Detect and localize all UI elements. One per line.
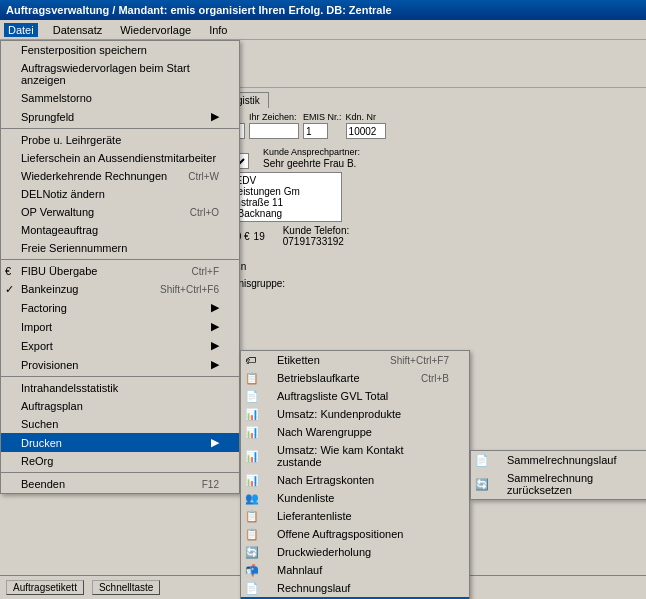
mwst-value: 19 <box>254 231 265 242</box>
menu-datei[interactable]: Datei <box>4 23 38 37</box>
drucken-wiederholung[interactable]: 🔄 Druckwiederholung <box>241 543 469 561</box>
kdn-nr-label: Kdn. Nr <box>346 112 386 122</box>
sammelrechnung-zurueck-item[interactable]: 🔄 Sammelrechnung zurücksetzen <box>471 469 646 499</box>
mahn-icon: 📬 <box>245 564 259 577</box>
zeichen-label: Ihr Zeichen: <box>249 112 299 122</box>
menu-wiedervorlage[interactable]: Wiedervorlage <box>117 23 194 37</box>
menu-provisionen[interactable]: Provisionen ▶ <box>1 355 239 374</box>
drucken-lieferantenliste[interactable]: 📋 Lieferantenliste <box>241 507 469 525</box>
separator-4 <box>1 472 239 473</box>
menu-beenden[interactable]: Beenden F12 <box>1 475 239 493</box>
menu-bar: Datei Datensatz Wiedervorlage Info <box>0 20 646 40</box>
menu-export[interactable]: Export ▶ <box>1 336 239 355</box>
menu-info[interactable]: Info <box>206 23 230 37</box>
menu-datensatz[interactable]: Datensatz <box>50 23 106 37</box>
menu-freie-seriennummern[interactable]: Freie Seriennummern <box>1 239 239 257</box>
menu-import[interactable]: Import ▶ <box>1 317 239 336</box>
etiketten-icon: 🏷 <box>245 354 256 366</box>
betrieb-icon: 📋 <box>245 372 259 385</box>
check-icon: ✓ <box>5 283 14 296</box>
ansprechpartner-value: Sehr geehrte Frau B. <box>263 158 360 169</box>
menu-fibu[interactable]: € FIBU Übergabe Ctrl+F <box>1 262 239 280</box>
rechnung-icon: 📄 <box>245 582 259 595</box>
menu-suchen[interactable]: Suchen <box>1 415 239 433</box>
drucken-rechnungslauf[interactable]: 📄 Rechnungslauf <box>241 579 469 597</box>
menu-op-verwaltung[interactable]: OP Verwaltung Ctrl+O <box>1 203 239 221</box>
menu-lieferschein[interactable]: Lieferschein an Aussendienstmitarbeiter <box>1 149 239 167</box>
arrow-icon: ▶ <box>211 320 219 333</box>
menu-intrahandel[interactable]: Intrahandelsstatistik <box>1 379 239 397</box>
separator-1 <box>1 128 239 129</box>
menu-auftragswiedervorlagen[interactable]: Auftragswiedervorlagen beim Start anzeig… <box>1 59 239 89</box>
kdn-nr-input[interactable] <box>346 123 386 139</box>
menu-auftragsplan[interactable]: Auftragsplan <box>1 397 239 415</box>
waren-icon: 📊 <box>245 426 259 439</box>
auftragsetikett-button[interactable]: Auftragsetikett <box>6 580 84 595</box>
drucken-submenu: 🏷 Etiketten Shift+Ctrl+F7 📋 Betriebslauf… <box>240 350 470 599</box>
emis-nr-label: EMIS Nr.: <box>303 112 342 122</box>
title-bar-text: Auftragsverwaltung / Mandant: emis organ… <box>6 4 392 16</box>
separator-2 <box>1 259 239 260</box>
drucken-kundenliste[interactable]: 👥 Kundenliste <box>241 489 469 507</box>
telefon-value: 07191733192 <box>283 236 350 247</box>
schnelltaste-button[interactable]: Schnelltaste <box>92 580 160 595</box>
arrow-icon: ▶ <box>211 110 219 123</box>
ansprechpartner-label: Kunde Ansprechpartner: <box>263 147 360 157</box>
menu-reorg[interactable]: ReOrg <box>1 452 239 470</box>
arrow-icon: ▶ <box>211 301 219 314</box>
datei-menu: Fensterposition speichern Auftragswieder… <box>0 40 240 494</box>
title-bar: Auftragsverwaltung / Mandant: emis organ… <box>0 0 646 20</box>
sammelrechnung-submenu: 📄 Sammelrechnungslauf 🔄 Sammelrechnung z… <box>470 450 646 500</box>
menu-wiederkehrende[interactable]: Wiederkehrende Rechnungen Ctrl+W <box>1 167 239 185</box>
euro-icon: € <box>5 265 11 277</box>
lief-icon: 📋 <box>245 510 259 523</box>
offene-icon: 📋 <box>245 528 259 541</box>
menu-fensterposition[interactable]: Fensterposition speichern <box>1 41 239 59</box>
menu-bankeinzug[interactable]: ✓ Bankeinzug Shift+Ctrl+F6 <box>1 280 239 298</box>
wiederh-icon: 🔄 <box>245 546 259 559</box>
menu-sammelstorno[interactable]: Sammelstorno <box>1 89 239 107</box>
menu-delnotiz[interactable]: DELNotiz ändern <box>1 185 239 203</box>
drucken-etiketten[interactable]: 🏷 Etiketten Shift+Ctrl+F7 <box>241 351 469 369</box>
drucken-ertrag[interactable]: 📊 Nach Ertragskonten <box>241 471 469 489</box>
drucken-offene[interactable]: 📋 Offene Auftragspositionen <box>241 525 469 543</box>
arrow-icon: ▶ <box>211 339 219 352</box>
telefon-label: Kunde Telefon: <box>283 225 350 236</box>
arrow-icon: ▶ <box>211 358 219 371</box>
arrow-icon: ▶ <box>211 436 219 449</box>
drucken-warengruppe[interactable]: 📊 Nach Warengruppe <box>241 423 469 441</box>
drucken-betriebslaufkarte[interactable]: 📋 Betriebslaufkarte Ctrl+B <box>241 369 469 387</box>
kunden-icon: 👥 <box>245 492 259 505</box>
drucken-umsatz-kontakt[interactable]: 📊 Umsatz: Wie kam Kontakt zustande <box>241 441 469 471</box>
umsatz1-icon: 📊 <box>245 408 259 421</box>
separator-3 <box>1 376 239 377</box>
drucken-mahnlauf[interactable]: 📬 Mahnlauf <box>241 561 469 579</box>
sammelrechnungslauf-item[interactable]: 📄 Sammelrechnungslauf <box>471 451 646 469</box>
menu-drucken[interactable]: Drucken ▶ <box>1 433 239 452</box>
emis-nr-input[interactable] <box>303 123 328 139</box>
menu-probe[interactable]: Probe u. Leihrgeräte <box>1 131 239 149</box>
zeichen-input[interactable] <box>249 123 299 139</box>
drucken-umsatz-kunden[interactable]: 📊 Umsatz: Kundenprodukte <box>241 405 469 423</box>
sammel-zurueck-icon: 🔄 <box>475 478 489 491</box>
auftrag-icon: 📄 <box>245 390 259 403</box>
menu-factoring[interactable]: Factoring ▶ <box>1 298 239 317</box>
sammel-lauf-icon: 📄 <box>475 454 489 467</box>
drucken-auftragsliste[interactable]: 📄 Auftragsliste GVL Total <box>241 387 469 405</box>
menu-montageauftrag[interactable]: Montageauftrag <box>1 221 239 239</box>
ertrag-icon: 📊 <box>245 474 259 487</box>
umsatz2-icon: 📊 <box>245 450 259 463</box>
menu-sprungfeld[interactable]: Sprungfeld ▶ <box>1 107 239 126</box>
